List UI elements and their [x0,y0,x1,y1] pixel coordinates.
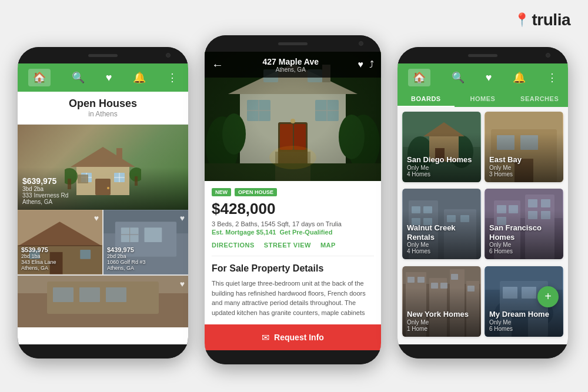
nav3-search-icon[interactable]: 🔍 [452,71,465,84]
speaker-right [468,54,497,57]
mortgage-amount: Est. Mortgage $5,141 [212,229,276,236]
screen-subtitle: in Athens [24,110,182,118]
board-meta1-walnut-creek: Only Me [407,242,481,248]
tab-searches[interactable]: SEARCHES [511,92,568,107]
property-address: 427 Maple Ave Athens, GA [263,57,319,73]
hero-listing-info: $639,975 3bd 2ba 333 Inverness Rd Athens… [22,176,68,205]
hero-listing[interactable]: $639,975 3bd 2ba 333 Inverness Rd Athens… [18,125,188,210]
card-2-beds: 2bd 2ba [107,253,146,259]
hero-price: $639,975 [22,176,68,186]
nav-more-icon[interactable]: ⋮ [167,71,178,84]
heart-icon-2[interactable]: ♥ [180,213,185,223]
heart-icon-1[interactable]: ♥ [94,213,99,223]
svg-point-3 [107,187,109,189]
tab-homes[interactable]: HOMES [455,92,512,107]
nav3-heart-icon[interactable]: ♥ [486,72,492,84]
property-links: DIRECTIONS STREET VIEW MAP [212,242,374,256]
svg-rect-47 [247,100,270,121]
heart-icon-3[interactable]: ♥ [180,279,185,289]
bottom-bar-mid [205,350,381,364]
board-meta2-east-bay: 3 Homes [489,171,522,177]
nav3-home-icon[interactable]: 🏠 [408,69,430,86]
property-header: ← 427 Maple Ave Athens, GA ♥ ⤴ [205,52,381,78]
hero-address: 333 Inverness Rd [22,192,68,199]
svg-rect-48 [315,100,339,121]
svg-point-57 [206,116,239,175]
camera-right [546,53,550,58]
phone-top-bar-right [397,47,568,63]
listing-card-2[interactable]: ♥ $439,975 2bd 2ba 1060 Golf Rd #3 Athen… [103,210,188,274]
board-card-san-francisco[interactable]: San Francisco Homes Only Me 6 Homes [485,189,563,259]
board-title-san-diego: San Diego Homes [407,155,472,165]
nav-home-icon[interactable]: 🏠 [28,69,51,86]
board-title-san-francisco: San Francisco Homes [489,223,563,242]
board-content-dream-home: My Dream Home Only Me 6 Homes [489,310,549,332]
street-view-link[interactable]: STREET VIEW [264,242,311,249]
back-icon[interactable]: ← [212,58,223,72]
board-meta1-san-diego: Only Me [407,165,472,171]
card-2-info: $439,975 2bd 2ba 1060 Golf Rd #3 Athens,… [107,246,146,271]
card-1-beds: 2bd 1ba [21,253,56,259]
board-meta1-san-francisco: Only Me [489,242,563,248]
directions-link[interactable]: DIRECTIONS [212,242,255,249]
request-info-icon: ✉ [262,332,269,343]
board-title-new-york: New York Homes [407,310,469,319]
svg-marker-1 [71,147,135,167]
nav-heart-icon[interactable]: ♥ [106,72,112,84]
nav-bell-icon[interactable]: 🔔 [133,71,146,84]
request-info-bar[interactable]: ✉ Request Info [205,324,381,350]
listing-card-3[interactable]: ♥ [18,276,188,327]
property-section-title: For Sale Property Details [212,263,374,274]
hero-beds: 3bd 2ba [22,186,68,192]
nav3-more-icon[interactable]: ⋮ [547,71,557,84]
board-title-walnut-creek: Walnut Creek Rentals [407,223,481,242]
board-card-dream-home[interactable]: My Dream Home Only Me 6 Homes + [485,266,563,337]
logo-pin-icon: 📍 [514,12,530,28]
board-card-san-diego[interactable]: San Diego Homes Only Me 4 Homes [402,112,481,182]
property-street: 427 Maple Ave [263,57,319,66]
board-meta1-dream-home: Only Me [489,319,549,326]
property-share-icon[interactable]: ⤴ [369,59,374,70]
board-card-new-york[interactable]: New York Homes Only Me 1 Home [402,266,481,337]
fab-add-button[interactable]: + [537,286,559,307]
board-meta2-dream-home: 6 Homes [489,326,549,332]
property-details: 3 Beds, 2 Baths, 1545 Sqft, 17 days on T… [212,220,374,227]
board-meta1-new-york: Only Me [407,319,469,326]
prequalify-link[interactable]: Get Pre-Qualified [280,229,333,236]
svg-point-58 [347,115,380,171]
trulia-logo: 📍 trulia [514,11,570,29]
svg-rect-46 [294,124,306,150]
board-card-walnut-creek[interactable]: Walnut Creek Rentals Only Me 4 Homes [402,189,481,259]
svg-rect-42 [240,93,346,181]
tab-boards[interactable]: BOARDS [397,92,455,107]
boards-tabs: BOARDS HOMES SEARCHES [397,92,568,107]
board-title-east-bay: East Bay [489,155,522,165]
listing-grid: ♥ $539,975 2bd 1ba 343 Elisa Lane Athens… [18,210,188,327]
property-heart-icon[interactable]: ♥ [358,59,364,70]
listing-card-1[interactable]: ♥ $539,975 2bd 1ba 343 Elisa Lane Athens… [18,210,102,274]
phone-right: 🏠 🔍 ♥ 🔔 ⋮ BOARDS HOMES SEARCHES San Dieg… [397,47,568,359]
card-2-price: $439,975 [107,246,146,253]
board-meta2-walnut-creek: 4 Homes [407,248,481,254]
nav-search-icon[interactable]: 🔍 [72,71,85,84]
camera-mid [359,41,363,46]
svg-rect-10 [78,175,88,183]
logo-text: trulia [532,11,570,29]
svg-rect-61 [205,163,381,181]
svg-point-60 [339,115,365,159]
nav3-bell-icon[interactable]: 🔔 [513,71,526,84]
property-actions: ♥ ⤴ [358,59,375,70]
map-link[interactable]: MAP [320,242,336,249]
svg-rect-38 [18,276,188,327]
board-content-walnut-creek: Walnut Creek Rentals Only Me 4 Homes [407,223,481,254]
board-meta1-east-bay: Only Me [489,165,522,171]
badge-new: NEW [212,188,231,196]
board-card-east-bay[interactable]: East Bay Only Me 3 Homes [485,112,563,182]
card-2-city: Athens, GA [107,265,146,271]
nav-right: 🏠 🔍 ♥ 🔔 ⋮ [397,63,568,92]
fab-plus-icon: + [544,290,552,303]
phone-middle: ← 427 Maple Ave Athens, GA ♥ ⤴ NEW OPEN … [205,35,381,364]
svg-rect-62 [275,152,310,181]
nav-left: 🏠 🔍 ♥ 🔔 ⋮ [18,63,188,92]
svg-rect-41 [205,87,381,181]
